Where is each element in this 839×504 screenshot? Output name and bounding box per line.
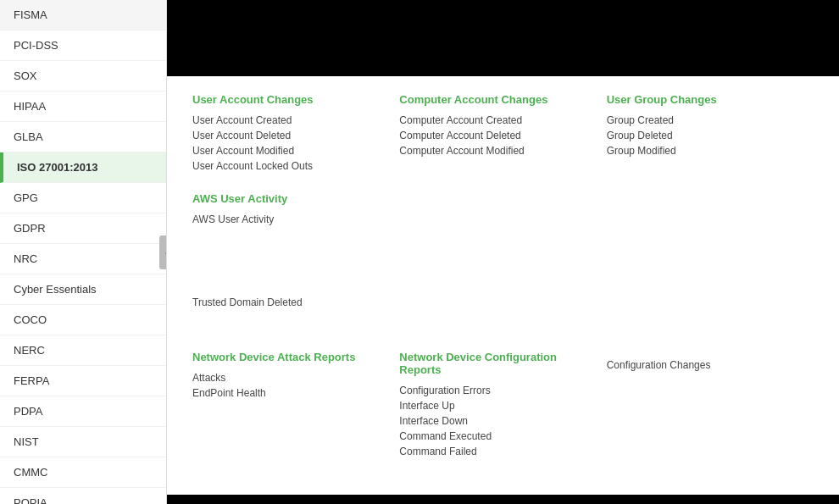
sidebar-item-glba[interactable]: GLBA [0,122,166,152]
sidebar-item-fisma[interactable]: FISMA [0,0,166,30]
section-item: Group Modified [607,145,797,157]
sidebar-item-cmmc[interactable]: CMMC [0,457,166,488]
sidebar-item-iso-27001[interactable]: ISO 27001:2013 [0,152,166,183]
network-attack-title: Network Device Attack Reports [192,351,382,363]
section-item: User Account Created [192,114,382,126]
user-group-changes-col: User Group Changes Group CreatedGroup De… [607,93,814,175]
sidebar-item-hipaa[interactable]: HIPAA [0,91,166,122]
section-item: Configuration Changes [607,359,797,371]
content-area: User Account Changes User Account Create… [167,76,839,495]
main-content: User Account Changes User Account Create… [167,0,839,504]
sidebar-item-pci-dss[interactable]: PCI-DSS [0,30,166,61]
section-row-2: AWS User Activity AWS User Activity [192,192,814,229]
section-item: Computer Account Deleted [399,130,589,141]
config-changes-col: Configuration Changes [607,351,814,461]
sidebar-item-sox[interactable]: SOX [0,61,166,91]
network-attack-items: AttacksEndPoint Health [192,372,382,399]
section-item: Computer Account Created [399,114,589,126]
section-item: EndPoint Health [192,387,382,399]
section-item: Computer Account Modified [399,145,589,157]
sidebar-item-nist[interactable]: NIST [0,427,166,457]
sidebar-item-ferpa[interactable]: FERPA [0,366,166,396]
user-account-changes-title: User Account Changes [192,93,382,106]
computer-account-changes-title: Computer Account Changes [399,93,589,106]
sidebar-item-nrc[interactable]: NRC [0,244,166,274]
section-item: User Account Modified [192,145,382,157]
header-banner [167,0,839,76]
section-item: Command Failed [399,446,589,457]
user-group-changes-title: User Group Changes [607,93,797,106]
trusted-domain-text: Trusted Domain Deleted [192,296,814,325]
sidebar-item-popia[interactable]: POPIA [0,488,166,504]
aws-user-activity-title: AWS User Activity [192,192,382,205]
sidebar-item-gdpr[interactable]: GDPR [0,213,166,244]
aws-user-activity-items: AWS User Activity [192,213,382,225]
sidebar: FISMAPCI-DSSSOXHIPAAGLBAISO 27001:2013GP… [0,0,167,504]
computer-account-changes-col: Computer Account Changes Computer Accoun… [399,93,606,175]
section-item: Interface Up [399,400,589,412]
section-item: User Account Locked Outs [192,160,382,172]
empty-col-2 [607,192,814,229]
network-attack-col: Network Device Attack Reports AttacksEnd… [192,351,399,461]
section-row-1: User Account Changes User Account Create… [192,93,814,175]
section-item: Group Created [607,114,797,126]
network-config-title: Network Device Configuration Reports [399,351,589,376]
footer-banner [167,495,839,504]
config-changes-items: Configuration Changes [607,359,797,371]
sidebar-item-cyber-essentials[interactable]: Cyber Essentials [0,274,166,305]
trusted-domain-area: Trusted Domain Deleted [192,246,814,351]
section-item: User Account Deleted [192,130,382,141]
user-account-changes-items: User Account CreatedUser Account Deleted… [192,114,382,172]
section-item: AWS User Activity [192,213,382,225]
computer-account-changes-items: Computer Account CreatedComputer Account… [399,114,589,157]
empty-col-1 [399,192,606,229]
section-item: Group Deleted [607,130,797,141]
section-item: Configuration Errors [399,385,589,396]
section-row-3: Network Device Attack Reports AttacksEnd… [192,351,814,461]
aws-user-activity-col: AWS User Activity AWS User Activity [192,192,399,229]
section-item: Interface Down [399,415,589,427]
sidebar-item-coco[interactable]: COCO [0,305,166,335]
section-item: Attacks [192,372,382,384]
network-config-col: Network Device Configuration Reports Con… [399,351,606,461]
sidebar-toggle[interactable] [159,235,167,269]
section-item: Command Executed [399,430,589,442]
sidebar-item-pdpa[interactable]: PDPA [0,396,166,427]
sidebar-item-gpg[interactable]: GPG [0,183,166,213]
network-config-items: Configuration ErrorsInterface UpInterfac… [399,385,589,457]
user-account-changes-col: User Account Changes User Account Create… [192,93,399,175]
user-group-changes-items: Group CreatedGroup DeletedGroup Modified [607,114,797,157]
sidebar-item-nerc[interactable]: NERC [0,335,166,366]
